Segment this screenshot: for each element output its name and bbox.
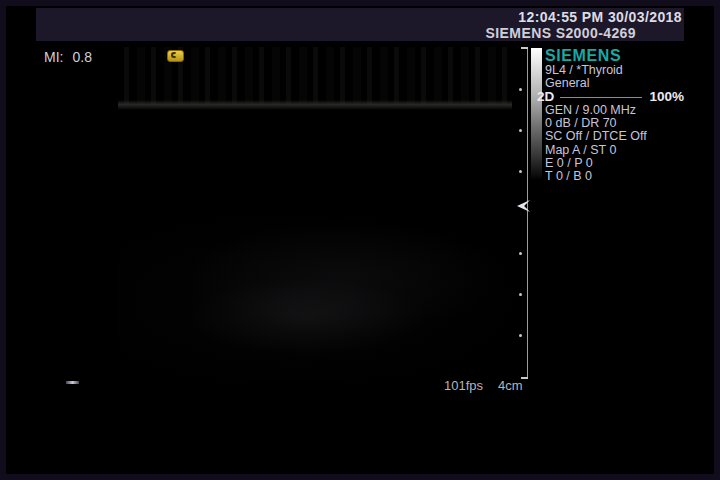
param-e-p: E 0 / P 0 bbox=[545, 157, 687, 170]
timestamp: 12:04:55 PM 30/03/2018 bbox=[518, 9, 682, 25]
device-id: SIEMENS S2000-4269 bbox=[486, 25, 636, 41]
gain-percent: 100% bbox=[649, 90, 684, 104]
mi-value: 0.8 bbox=[72, 49, 91, 65]
ultrasound-image bbox=[118, 47, 512, 380]
parameter-panel: SIEMENS 9L4 / *Thyroid General 2D 100% G… bbox=[537, 48, 687, 183]
ruler-dot bbox=[519, 170, 522, 173]
probe-orientation-marker-icon bbox=[167, 50, 184, 62]
ruler-tick-top bbox=[521, 47, 528, 49]
tgc-indicator-dash bbox=[66, 381, 79, 384]
focus-position-marker-icon bbox=[517, 200, 530, 212]
ruler-dot bbox=[519, 293, 522, 296]
frame-rate-label: 101fps bbox=[444, 378, 483, 393]
ruler-dot bbox=[519, 252, 522, 255]
param-map-st: Map A / ST 0 bbox=[545, 144, 687, 157]
mode-row: 2D 100% bbox=[537, 90, 684, 104]
ruler-dot bbox=[519, 88, 522, 91]
param-t-b: T 0 / B 0 bbox=[545, 170, 687, 183]
depth-ruler-line bbox=[527, 48, 528, 378]
header-bar: 12:04:55 PM 30/03/2018 SIEMENS S2000-426… bbox=[36, 8, 684, 41]
ruler-dot bbox=[519, 129, 522, 132]
mode-divider-line bbox=[560, 97, 642, 98]
siemens-logo: SIEMENS bbox=[545, 48, 687, 64]
depth-label: 4cm bbox=[498, 378, 523, 393]
mode-label: 2D bbox=[537, 90, 554, 104]
speckle-noise bbox=[118, 47, 512, 380]
param-sc-dtce: SC Off / DTCE Off bbox=[545, 130, 687, 143]
mi-readout: MI: 0.8 bbox=[44, 49, 92, 65]
mi-label: MI: bbox=[44, 49, 63, 65]
ruler-dot bbox=[519, 334, 522, 337]
probe-marker-glyph bbox=[171, 52, 177, 58]
